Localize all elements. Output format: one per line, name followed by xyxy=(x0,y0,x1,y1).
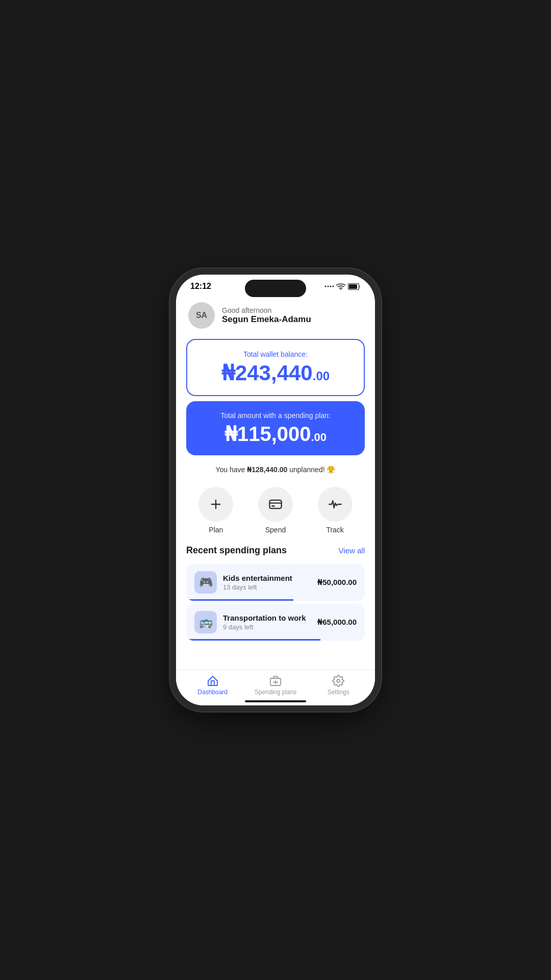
svg-point-15 xyxy=(337,679,340,682)
wallet-amount-main: ₦243,440 xyxy=(221,361,313,385)
plan-name-transport: Transportation to work xyxy=(223,614,311,622)
greeting-name: Segun Emeka-Adamu xyxy=(222,314,311,325)
svg-point-3 xyxy=(333,286,334,287)
plan-label: Plan xyxy=(209,526,223,534)
plan-days-kids: 13 days left xyxy=(223,583,311,591)
spend-circle xyxy=(258,487,293,522)
dots-icon xyxy=(324,284,334,289)
unplanned-prefix: You have xyxy=(216,465,247,474)
svg-point-4 xyxy=(340,289,341,290)
track-circle xyxy=(318,487,353,522)
screen-content: SA Good afternoon Segun Emeka-Adamu Tota… xyxy=(176,294,375,696)
spending-plan-label: Total amount with a spending plan: xyxy=(196,411,355,420)
plan-action[interactable]: Plan xyxy=(198,487,233,534)
battery-icon xyxy=(348,283,361,290)
plan-amount-kids: ₦50,000.00 xyxy=(317,578,357,587)
plan-name-kids: Kids entertainment xyxy=(223,574,311,582)
svg-point-0 xyxy=(325,286,327,287)
view-all-button[interactable]: View all xyxy=(339,546,365,555)
spending-amount-cents: .00 xyxy=(311,431,327,444)
spending-amount-main: ₦115,000 xyxy=(224,423,311,445)
status-time: 12:12 xyxy=(190,282,211,291)
plus-icon xyxy=(209,497,223,511)
plan-item-kids[interactable]: 🎮 Kids entertainment 13 days left ₦50,00… xyxy=(186,564,365,601)
greeting-text: Good afternoon Segun Emeka-Adamu xyxy=(222,306,311,325)
svg-rect-6 xyxy=(349,284,357,289)
section-header: Recent spending plans View all xyxy=(176,538,375,561)
plan-info-kids: Kids entertainment 13 days left xyxy=(223,574,311,591)
plan-info-transport: Transportation to work 9 days left xyxy=(223,614,311,631)
spend-action[interactable]: Spend xyxy=(258,487,293,534)
wifi-icon xyxy=(336,283,345,290)
home-indicator xyxy=(245,700,306,702)
svg-rect-9 xyxy=(269,500,281,508)
section-title: Recent spending plans xyxy=(186,545,287,556)
spending-plan-amount: ₦115,000.00 xyxy=(196,423,355,445)
plan-circle xyxy=(198,487,233,522)
status-icons xyxy=(324,283,361,290)
plan-icon-transport: 🚌 xyxy=(194,611,217,633)
settings-icon xyxy=(332,675,344,687)
wallet-amount-cents: .00 xyxy=(313,369,330,383)
phone-frame: 12:12 xyxy=(176,275,375,705)
spending-plan-card: Total amount with a spending plan: ₦115,… xyxy=(186,401,365,455)
unplanned-text: You have ₦128,440.00 unplanned! 😤 xyxy=(176,460,375,479)
unplanned-suffix: unplanned! 😤 xyxy=(287,465,335,474)
spend-label: Spend xyxy=(265,526,286,534)
svg-point-1 xyxy=(328,286,329,287)
home-icon xyxy=(207,675,219,687)
svg-point-2 xyxy=(330,286,332,287)
wallet-amount: ₦243,440.00 xyxy=(197,361,354,385)
pulse-icon xyxy=(328,497,342,511)
plan-amount-transport: ₦65,000.00 xyxy=(317,618,357,627)
plan-progress-transport xyxy=(186,639,320,641)
wallet-balance-card: Total wallet balance: ₦243,440.00 xyxy=(186,339,365,396)
briefcase-icon xyxy=(269,675,282,687)
nav-label-dashboard: Dashboard xyxy=(197,689,228,696)
nav-item-spending[interactable]: Spending plans xyxy=(244,675,307,696)
notch xyxy=(245,280,306,297)
plan-item-transport[interactable]: 🚌 Transportation to work 9 days left ₦65… xyxy=(186,604,365,641)
actions-row: Plan Spend xyxy=(176,479,375,538)
plan-progress-kids xyxy=(186,599,293,601)
nav-label-settings: Settings xyxy=(328,689,349,696)
card-icon xyxy=(268,497,283,511)
unplanned-amount: ₦128,440.00 xyxy=(247,465,287,474)
avatar: SA xyxy=(188,302,215,329)
plan-icon-kids: 🎮 xyxy=(194,571,217,594)
track-label: Track xyxy=(326,526,343,534)
wallet-label: Total wallet balance: xyxy=(197,350,354,358)
nav-item-settings[interactable]: Settings xyxy=(307,675,370,696)
greeting-section: SA Good afternoon Segun Emeka-Adamu xyxy=(176,294,375,335)
greeting-subtitle: Good afternoon xyxy=(222,306,311,314)
track-action[interactable]: Track xyxy=(318,487,353,534)
nav-item-dashboard[interactable]: Dashboard xyxy=(181,675,244,696)
plan-days-transport: 9 days left xyxy=(223,623,311,631)
nav-label-spending: Spending plans xyxy=(255,689,297,696)
